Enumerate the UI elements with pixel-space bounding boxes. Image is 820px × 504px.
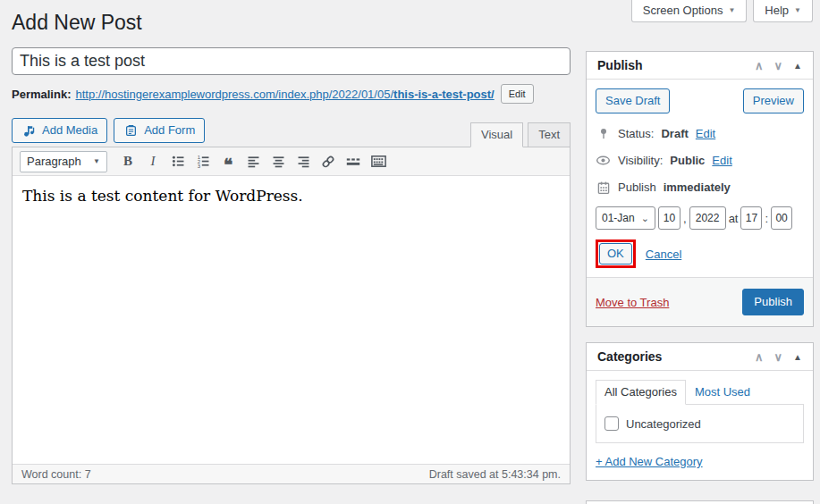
date-comma: , xyxy=(683,212,687,225)
screen-options-label: Screen Options xyxy=(643,4,723,17)
help-label: Help xyxy=(765,4,789,17)
permalink-link[interactable]: http://hostingerexamplewordpress.com/ind… xyxy=(75,88,494,101)
schedule-actions-row: OK Cancel xyxy=(596,239,804,268)
panel-toggle-icon[interactable]: ▲ xyxy=(793,352,802,362)
align-left-button[interactable] xyxy=(241,151,265,172)
permalink-label: Permalink: xyxy=(12,88,71,101)
draft-saved-timestamp: Draft saved at 5:43:34 pm. xyxy=(429,468,561,481)
calendar-icon xyxy=(596,180,611,195)
visibility-value: Public xyxy=(670,154,705,167)
preview-button[interactable]: Preview xyxy=(743,88,804,113)
status-label: Status: xyxy=(618,127,654,140)
schedule-row: Publish immediately xyxy=(596,180,804,195)
tags-panel: Tags ∧ ∨ ▲ xyxy=(586,500,814,504)
tab-all-categories[interactable]: All Categories xyxy=(596,380,686,405)
categories-panel-body: All Categories Most Used Uncategorized +… xyxy=(587,371,813,480)
post-title-input[interactable] xyxy=(12,47,571,75)
panel-toggle-icon[interactable]: ▲ xyxy=(793,61,802,71)
align-right-button[interactable] xyxy=(292,151,315,172)
edit-status-link[interactable]: Edit xyxy=(696,127,715,140)
svg-text:3: 3 xyxy=(197,164,200,169)
cancel-link[interactable]: Cancel xyxy=(646,248,681,261)
categories-panel-title: Categories xyxy=(597,349,662,364)
hour-input[interactable] xyxy=(740,206,762,230)
link-icon[interactable] xyxy=(317,151,340,172)
tab-visual[interactable]: Visual xyxy=(470,122,523,147)
visibility-row: Visibility: Public Edit xyxy=(596,153,804,168)
bold-button[interactable]: B xyxy=(116,151,139,172)
month-select[interactable]: 01-Jan ⌄ xyxy=(596,206,655,230)
tab-most-used[interactable]: Most Used xyxy=(686,381,759,404)
uncategorized-checkbox[interactable] xyxy=(604,416,619,431)
help-button[interactable]: Help ▼ xyxy=(753,0,813,22)
main-column: Add New Post Permalink: http://hostinger… xyxy=(12,7,571,484)
schedule-value: immediately xyxy=(664,181,731,194)
pin-status-icon xyxy=(596,126,611,141)
permalink-edit-button[interactable]: Edit xyxy=(501,84,534,104)
editor-mode-tabs: Visual Text xyxy=(470,122,571,147)
add-media-label: Add Media xyxy=(42,119,97,142)
bulleted-list-button[interactable] xyxy=(166,151,190,172)
media-note-icon xyxy=(21,123,37,139)
category-label: Uncategorized xyxy=(626,417,701,431)
publish-panel: Publish ∧ ∨ ▲ Save Draft Preview Status:… xyxy=(586,51,814,327)
blockquote-button[interactable]: ❝ xyxy=(216,151,240,172)
chevron-down-icon: ⌄ xyxy=(641,213,649,224)
eye-visibility-icon xyxy=(596,153,611,168)
date-colon: : xyxy=(765,212,768,225)
minute-input[interactable] xyxy=(771,206,792,230)
screen-options-button[interactable]: Screen Options ▼ xyxy=(631,0,748,22)
day-input[interactable] xyxy=(658,206,681,230)
permalink: Permalink: http://hostingerexamplewordpr… xyxy=(12,84,571,104)
schedule-date-row: 01-Jan ⌄ , at : xyxy=(596,206,804,230)
edit-visibility-link[interactable]: Edit xyxy=(712,154,731,167)
add-form-label: Add Form xyxy=(144,119,195,142)
page-title: Add New Post xyxy=(12,7,571,37)
save-draft-button[interactable]: Save Draft xyxy=(596,88,670,113)
add-media-button[interactable]: Add Media xyxy=(12,118,107,143)
editor-tools: Add Media Add Form Visual Text xyxy=(12,118,571,147)
media-buttons: Add Media Add Form xyxy=(12,118,205,147)
sidebar: Publish ∧ ∨ ▲ Save Draft Preview Status:… xyxy=(586,51,814,504)
editor-content-area[interactable]: This is a test content for WordPress. xyxy=(13,176,570,464)
red-highlight-annotation: OK xyxy=(596,239,636,268)
italic-button[interactable]: I xyxy=(141,151,165,172)
chevron-down-icon: ▼ xyxy=(93,157,100,165)
paragraph-format-select[interactable]: Paragraph ▼ xyxy=(20,151,107,172)
toolbar-toggle-icon[interactable] xyxy=(367,151,390,172)
paragraph-format-label: Paragraph xyxy=(27,155,81,168)
editor-statusbar: Word count: 7 Draft saved at 5:43:34 pm. xyxy=(13,464,570,483)
publish-button[interactable]: Publish xyxy=(742,289,804,315)
chevron-down-icon: ▼ xyxy=(794,6,801,14)
move-up-icon[interactable]: ∧ xyxy=(755,60,764,71)
publish-panel-body: Save Draft Preview Status: Draft Edit Vi… xyxy=(587,80,813,277)
schedule-prefix: Publish xyxy=(618,181,656,194)
categories-panel: Categories ∧ ∨ ▲ All Categories Most Use… xyxy=(586,342,814,481)
move-down-icon[interactable]: ∨ xyxy=(774,351,783,363)
list-item: Uncategorized xyxy=(604,416,795,431)
date-at-label: at xyxy=(729,212,739,225)
status-value: Draft xyxy=(661,127,688,140)
add-new-category-link[interactable]: + Add New Category xyxy=(596,455,703,468)
publish-panel-header[interactable]: Publish ∧ ∨ ▲ xyxy=(587,52,813,80)
year-input[interactable] xyxy=(689,206,726,230)
editor-toolbar: Paragraph ▼ B I 123 ❝ xyxy=(13,147,570,176)
categories-tabs: All Categories Most Used xyxy=(596,380,804,404)
word-count: Word count: 7 xyxy=(21,468,91,481)
ok-button[interactable]: OK xyxy=(599,243,632,265)
align-center-button[interactable] xyxy=(266,151,290,172)
add-form-button[interactable]: Add Form xyxy=(114,118,205,143)
publish-panel-footer: Move to Trash Publish xyxy=(587,277,813,326)
post-body-text: This is a test content for WordPress. xyxy=(22,187,560,205)
category-list-box: Uncategorized xyxy=(596,404,804,443)
numbered-list-button[interactable]: 123 xyxy=(191,151,215,172)
editor-frame: Paragraph ▼ B I 123 ❝ xyxy=(12,147,571,484)
chevron-down-icon: ▼ xyxy=(728,6,735,14)
move-to-trash-link[interactable]: Move to Trash xyxy=(596,296,669,309)
read-more-tag-icon[interactable] xyxy=(342,151,365,172)
tab-text[interactable]: Text xyxy=(528,122,571,147)
move-down-icon[interactable]: ∨ xyxy=(774,60,783,71)
categories-panel-header[interactable]: Categories ∧ ∨ ▲ xyxy=(587,343,813,371)
form-clipboard-icon xyxy=(123,123,139,139)
move-up-icon[interactable]: ∧ xyxy=(755,351,764,363)
